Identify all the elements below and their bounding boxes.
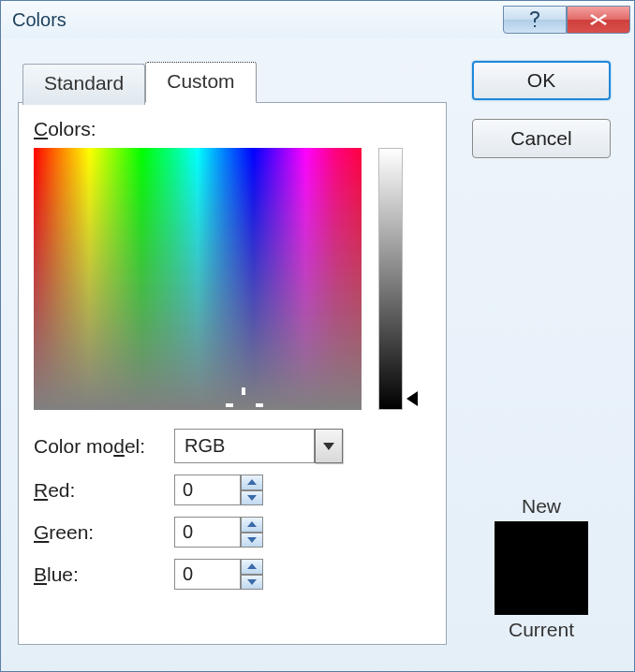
preview-block: New Current [495,491,588,645]
triangle-up-icon [247,479,257,485]
green-spin-buttons [241,517,263,548]
blue-input[interactable]: 0 [174,559,241,590]
colors-dialog: Colors Standard Custom Colors: [0,0,635,672]
titlebar: Colors [1,1,634,38]
triangle-down-icon [247,537,257,543]
color-model-label: Color model: [34,435,174,458]
ok-button[interactable]: OK [472,61,611,100]
new-label: New [522,495,561,518]
blue-spin-down[interactable] [241,575,263,591]
red-spin-buttons [241,475,263,505]
red-spin-down[interactable] [241,490,263,506]
red-input[interactable]: 0 [174,475,241,505]
left-column: Standard Custom Colors: [18,61,447,645]
luminance-slider[interactable] [378,148,403,410]
help-icon [527,9,542,30]
green-label: Green: [34,521,174,544]
tabstrip: Standard Custom [22,61,447,102]
red-spinner: 0 [174,475,263,505]
right-column: OK Cancel New Current [469,61,613,645]
tab-custom[interactable]: Custom [145,62,256,103]
triangle-up-icon [247,563,257,569]
tab-standard[interactable]: Standard [22,64,145,105]
current-label: Current [509,619,574,641]
blue-label: Blue: [34,563,174,586]
green-spinner: 0 [174,517,263,548]
window-title: Colors [12,9,503,31]
help-button[interactable] [503,6,567,34]
green-spin-up[interactable] [241,517,263,533]
red-spin-up[interactable] [241,475,263,490]
form-grid: Color model: RGB Red: 0 [34,429,431,590]
green-input[interactable]: 0 [174,517,241,548]
chevron-down-icon [323,443,334,450]
triangle-down-icon [247,495,257,501]
custom-panel: Colors: Color model: [18,102,447,645]
color-model-value: RGB [174,429,315,463]
cancel-button[interactable]: Cancel [472,119,611,158]
close-icon [588,12,609,27]
blue-spin-up[interactable] [241,559,263,575]
triangle-down-icon [247,579,257,585]
hue-sat-field[interactable] [34,148,362,410]
red-label: Red: [34,479,174,502]
content-area: Standard Custom Colors: [1,38,634,654]
close-button[interactable] [567,6,630,34]
blue-spin-buttons [241,559,263,590]
color-model-select[interactable]: RGB [174,429,343,463]
dropdown-button[interactable] [315,429,343,463]
blue-spinner: 0 [174,559,263,590]
window-buttons [503,6,630,34]
luminance-arrow-icon[interactable] [405,391,420,410]
luminance-column [378,148,420,410]
colors-label: Colors: [34,118,431,140]
picker-row [34,148,431,410]
triangle-up-icon [247,521,257,527]
green-spin-down[interactable] [241,533,263,548]
color-swatch-new [495,521,588,615]
